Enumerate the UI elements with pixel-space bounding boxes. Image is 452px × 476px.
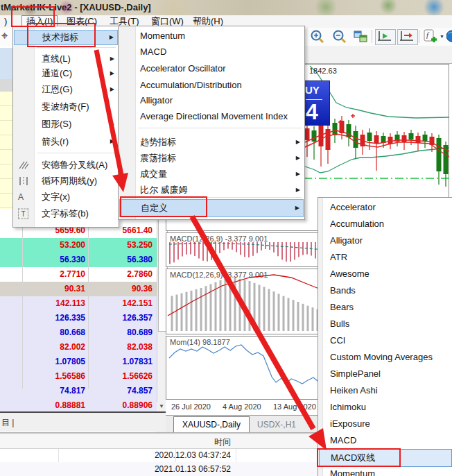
title-bar: tMarketHK-Live2 - [XAUUSD-,Daily] [0,0,452,15]
submenu-arrow-icon: ▶ [110,31,114,44]
menu-item-shapes[interactable]: 图形(S)▶ [14,117,118,131]
custom-indicators-submenu: Accelerator Accumulation Alligator ATR A… [318,197,452,476]
menu-item-accumulation[interactable]: Accumulation [319,216,452,232]
menu-item-cci[interactable]: CCI [319,332,452,349]
crosshair-icon[interactable]: ⌖ [1,29,8,43]
menu-item-gann[interactable]: 江恩(G)▶ [14,83,118,96]
menu-item-text-label[interactable]: T 文字标签(b) [14,207,118,221]
quote-row[interactable]: 53.20053.250 [0,238,157,253]
menu-item-momentum-custom[interactable]: Momentum [319,466,452,476]
menu-item-indicators[interactable]: 技术指标▶ [14,30,118,45]
tile-windows-icon[interactable] [354,30,369,44]
quote-row[interactable]: 142.113142.151 [0,296,157,312]
time-column-header[interactable]: 时间 [175,436,231,448]
quote-row[interactable]: 126.335126.357 [0,311,157,326]
text-icon: A [18,190,24,204]
menu-item-macd-custom[interactable]: MACD [319,432,452,449]
submenu-arrow-icon: ▶ [110,67,114,80]
menu-item-lines[interactable]: 直线(L)▶ [14,52,118,66]
toolbar-separator [372,30,372,43]
menu-item-accelerator-oscillator[interactable]: Accelerator Oscillator [119,61,304,76]
menu-separator [37,47,116,48]
market-watch-tab-fragment[interactable]: 目 | [1,417,14,429]
grid-line [88,209,89,389]
submenu-arrow-icon: ▶ [110,117,114,131]
menu-item-text[interactable]: A 文字(x) [14,190,118,204]
submenu-arrow-icon: ▶ [296,135,300,150]
indicators-submenu: Momentum MACD Accelerator Oscillator Acc… [118,26,305,220]
menu-item-simplepanel[interactable]: SimplePanel [319,366,452,382]
menu-item-macd[interactable]: MACD [119,44,304,60]
menu-item-heiken-ashi[interactable]: Heiken Ashi [319,382,452,399]
quote-row[interactable]: 56.33056.380 [0,253,157,268]
menu-item-volumes[interactable]: 成交量▶ [119,167,304,182]
menu-item-adx[interactable]: Average Directional Movement Index [119,109,304,124]
menu-item-ichimoku[interactable]: Ichimoku [319,399,452,416]
zoom-out-icon[interactable] [331,29,348,44]
quote-row[interactable]: 2.77102.7860 [0,267,157,282]
menu-item-cycle-lines[interactable]: 循环周期线(y) [14,174,118,188]
menubar-partial-item[interactable]: ) [0,15,11,27]
menu-item-accelerator[interactable]: Accelerator [319,199,452,216]
market-watch-row-gray [0,79,12,92]
menu-item-accumulation-distribution[interactable]: Accumulation/Distribution [119,78,304,93]
auto-scroll-button[interactable] [375,29,396,45]
globe-icon[interactable] [446,29,452,44]
menu-item-momentum[interactable]: Momentum [119,28,304,44]
add-indicator-icon[interactable]: f [422,29,439,44]
quote-row[interactable]: 1.078051.07831 [0,355,157,370]
buy-panel-label: UY [305,84,320,96]
quote-row[interactable]: 80.66880.689 [0,325,157,341]
menu-item-alligator-custom[interactable]: Alligator [319,232,452,249]
menu-item-bulls[interactable]: Bulls [319,316,452,332]
buy-panel-price: 4 [306,99,318,125]
menu-item-custom[interactable]: 自定义▶ [119,199,304,217]
market-watch-top-rows [0,48,12,80]
menu-item-bill-williams[interactable]: 比尔 威廉姆▶ [119,182,304,198]
submenu-arrow-icon: ▶ [296,151,300,166]
menu-item-channels[interactable]: 通道(C)▶ [14,67,118,80]
chart-price-label: 1842.63 [309,67,337,75]
submenu-arrow-icon: ▶ [295,200,299,216]
quote-row[interactable]: 82.00282.038 [0,340,157,355]
menu-separator [138,128,302,128]
insert-menu: 技术指标▶ 直线(L)▶ 通道(C)▶ 江恩(G)▶ 斐波纳奇(F) 图形(S)… [12,26,119,228]
menu-item-awesome[interactable]: Awesome [319,266,452,282]
menu-separator [37,153,116,153]
submenu-arrow-icon: ▶ [110,83,114,96]
menu-separator [138,197,302,198]
zoom-in-icon[interactable] [309,29,326,44]
cycle-lines-icon [18,176,29,186]
menu-item-iexposure[interactable]: iExposure [319,416,452,432]
tab-xauusd-daily[interactable]: XAUUSD-,Daily [173,416,250,432]
quote-row[interactable]: 90.3190.36 [0,282,157,297]
scroll-down-icon[interactable]: ▼ [157,402,166,411]
menu-item-bears[interactable]: Bears [319,299,452,316]
menu-item-bands[interactable]: Bands [319,282,452,299]
application-window: tMarketHK-Live2 - [XAUUSD-,Daily] ) 插入(I… [0,0,452,476]
toolbar-separator [419,30,419,43]
menu-item-atr[interactable]: ATR [319,249,452,266]
buy-panel[interactable]: UY 4 [302,80,330,126]
chart-shift-button[interactable] [397,29,418,45]
submenu-arrow-icon: ▶ [110,135,114,148]
market-watch-symbol-column [0,92,12,209]
quote-row[interactable]: 74.81774.857 [0,384,157,399]
menu-item-alligator[interactable]: Alligator [119,93,304,108]
menu-item-macd-double-line[interactable]: MACD双线 [319,449,452,467]
axis-tick-label: 4 Aug 2020 [223,402,261,411]
menu-item-custom-moving-averages[interactable]: Custom Moving Averages [319,349,452,366]
menu-item-andrews-pitchfork[interactable]: 安德鲁分叉线(A) [14,158,118,172]
tab-usdx-h1[interactable]: USDX-,H1 [250,418,304,432]
andrews-pitchfork-icon [18,160,29,170]
menu-item-trend-indicators[interactable]: 趋势指标▶ [119,135,304,150]
submenu-arrow-icon: ▶ [296,167,300,182]
quote-row[interactable]: 0.888810.88906 [0,398,157,412]
menu-item-oscillators[interactable]: 震荡指标▶ [119,151,304,166]
menu-item-fibonacci[interactable]: 斐波纳奇(F) [14,100,118,114]
axis-tick-label: 26 Jul 2020 [171,402,211,411]
dropdown-caret-icon[interactable]: ▼ [440,34,444,39]
menu-item-arrows[interactable]: 箭头(r)▶ [14,135,118,148]
quote-row[interactable]: 1.565861.56626 [0,369,157,384]
submenu-arrow-icon: ▶ [296,182,300,198]
